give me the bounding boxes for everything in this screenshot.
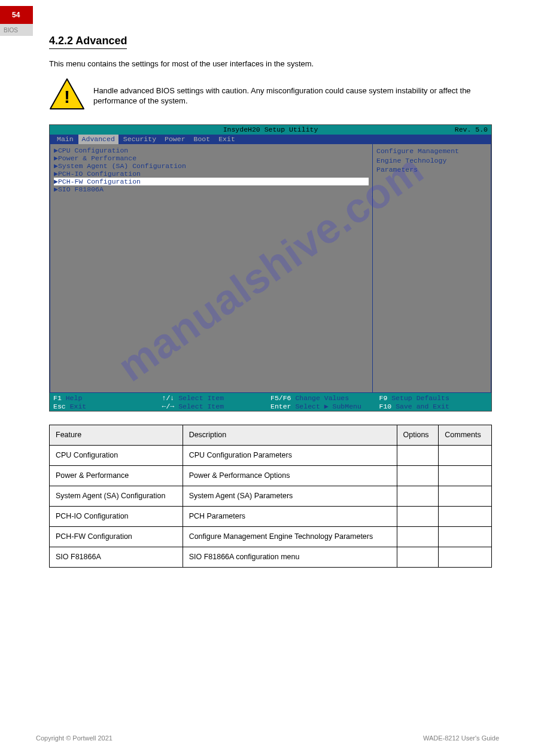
cell: Configure Management Engine Technology P… [183,526,397,547]
page-footer: Copyright © Portwell 2021 WADE-8212 User… [36,734,499,743]
bios-help-text: Configure Management Engine Technology P… [376,147,459,173]
th-feature: Feature [50,425,183,446]
bios-left-pane[interactable]: ▶CPU Configuration ▶Power & Performance … [50,144,373,393]
warning-row: ! Handle advanced BIOS settings with cau… [49,78,499,114]
table-row: PCH-IO Configuration PCH Parameters [50,506,492,526]
bios-title-bar: InsydeH20 Setup Utility Rev. 5.0 [50,125,491,135]
bios-screenshot: InsydeH20 Setup Utility Rev. 5.0 MainAdv… [49,124,492,411]
bios-revision: Rev. 5.0 [455,125,488,135]
bios-tab-advanced[interactable]: Advanced [78,135,118,144]
cell [397,506,439,526]
cell: CPU Configuration Parameters [183,446,397,466]
cell [397,486,439,507]
bios-title-text: InsydeH20 Setup Utility [223,126,318,133]
bios-tab-security[interactable]: Security [120,135,160,144]
table-header-row: Feature Description Options Comments [50,425,492,446]
table-row: SIO F81866A SIO F81866A configuration me… [50,547,492,567]
bios-help-pane: Configure Management Engine Technology P… [373,144,491,393]
bios-footer: F1 Help ↑/↓ Select Item F5/F6 Change Val… [50,393,491,411]
cell: SIO F81866A [50,547,183,567]
cell [439,526,492,547]
cell [439,506,492,526]
bios-item-sio[interactable]: ▶SIO F81806A [54,185,369,193]
bios-key-f9-label: Setup Defaults [391,394,449,402]
cell [439,466,492,486]
page: 54 BIOS 4.2.2 Advanced This menu contain… [0,0,535,756]
bios-key-enter-label: Select ▶ SubMenu [295,403,361,410]
table-row: Power & Performance Power & Performance … [50,466,492,486]
cell: System Agent (SA) Configuration [50,486,183,507]
bios-item-pchfw[interactable]: ▶PCH-FW Configuration [54,178,369,185]
cell: PCH-FW Configuration [50,526,183,547]
bios-tab-power[interactable]: Power [161,135,189,144]
section-heading: 4.2.2 Advanced [49,33,127,49]
bios-key-enter: Enter [270,403,291,410]
bios-key-f1: F1 [53,394,62,402]
bios-key-f5f6-label: Change Values [295,394,349,402]
bios-tab-bar[interactable]: MainAdvancedSecurityPowerBootExit [50,135,491,144]
table-row: PCH-FW Configuration Configure Managemen… [50,526,492,547]
bios-tab-exit[interactable]: Exit [215,135,239,144]
cell [439,547,492,567]
bios-key-updown-label: Select Item [178,394,224,402]
config-table: Feature Description Options Comments CPU… [49,425,492,567]
bios-key-f10: F10 [379,403,392,410]
th-description: Description [183,425,397,446]
cell: System Agent (SA) Parameters [183,486,397,507]
th-comments: Comments [439,425,492,446]
bios-tab-main[interactable]: Main [53,135,77,144]
bios-key-esc-label: Exit [70,403,87,410]
cell: Power & Performance Options [183,466,397,486]
warning-icon: ! [49,78,85,114]
warning-text: Handle advanced BIOS settings with cauti… [93,86,499,106]
cell [397,466,439,486]
footer-copyright: Copyright © Portwell 2021 [36,734,113,743]
cell [439,446,492,466]
cell: Power & Performance [50,466,183,486]
cell: SIO F81866A configuration menu [183,547,397,567]
svg-text:!: ! [64,87,70,106]
bios-key-updown: ↑/↓ [162,394,175,402]
bios-key-f5f6: F5/F6 [270,394,291,402]
bios-item-cpu[interactable]: ▶CPU Configuration [54,147,369,154]
page-number: 54 [12,10,20,20]
cell [397,547,439,567]
cell [439,486,492,507]
tab-label: BIOS [4,26,18,35]
bios-key-f10-label: Save and Exit [396,403,449,410]
bios-key-f9: F9 [379,394,388,402]
cell [397,526,439,547]
bios-key-lr: ←/→ [162,403,175,410]
footer-doc-title: WADE-8212 User's Guide [423,734,499,743]
intro-text: This menu contains the settings for most… [49,59,499,69]
content-column: 4.2.2 Advanced This menu contains the se… [49,0,499,568]
bios-item-power[interactable]: ▶Power & Performance [54,154,369,162]
bios-item-sa[interactable]: ▶System Agent (SA) Configuration [54,162,369,170]
bios-key-f1-label: Help [66,394,83,402]
table-row: System Agent (SA) Configuration System A… [50,486,492,507]
cell: PCH Parameters [183,506,397,526]
th-options: Options [397,425,439,446]
bios-item-pchio[interactable]: ▶PCH-IO Configuration [54,170,369,178]
bios-tab-boot[interactable]: Boot [190,135,214,144]
cell: PCH-IO Configuration [50,506,183,526]
cell [397,446,439,466]
bios-key-esc: Esc [53,403,66,410]
cell: CPU Configuration [50,446,183,466]
bios-key-lr-label: Select Item [178,403,224,410]
bios-body: ▶CPU Configuration ▶Power & Performance … [50,144,491,393]
table-row: CPU Configuration CPU Configuration Para… [50,446,492,466]
